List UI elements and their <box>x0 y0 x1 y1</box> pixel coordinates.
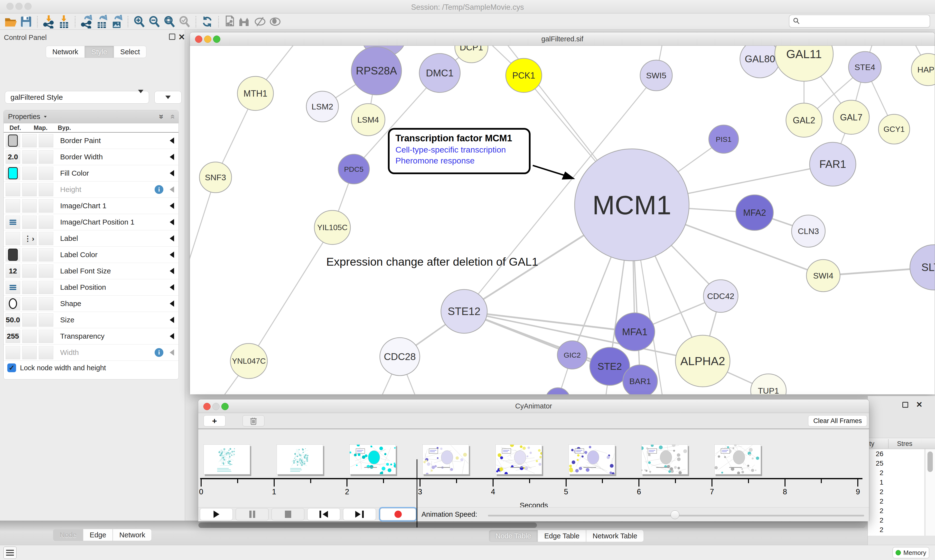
bypass-cell[interactable] <box>39 281 53 294</box>
default-value-cell[interactable] <box>6 346 20 359</box>
mapping-cell[interactable] <box>22 134 37 148</box>
first-neighbors-icon[interactable] <box>238 15 253 28</box>
property-row-label-position[interactable]: Label Position <box>4 279 179 295</box>
property-row-width[interactable]: Widthi <box>4 345 179 361</box>
property-row-image-chart-1[interactable]: Image/Chart 1 <box>4 198 179 214</box>
bypass-cell[interactable] <box>39 297 53 311</box>
zoom-out-icon[interactable] <box>147 15 162 28</box>
animation-frame-6[interactable] <box>641 445 688 474</box>
default-value-cell[interactable] <box>6 134 20 148</box>
mapping-cell[interactable] <box>22 313 37 327</box>
bypass-cell[interactable] <box>39 346 53 359</box>
expand-property-icon[interactable] <box>170 317 174 323</box>
style-selector[interactable]: galFiltered Style <box>5 91 149 104</box>
tab-network[interactable]: Network <box>46 46 85 58</box>
network-window-titlebar[interactable]: galFiltered.sif <box>190 32 935 46</box>
scrollbar-thumb[interactable] <box>199 523 537 528</box>
default-value-cell[interactable] <box>6 215 20 229</box>
tab-edge[interactable]: Edge <box>83 529 113 541</box>
default-value-cell[interactable]: 12 <box>6 265 20 278</box>
bypass-cell[interactable] <box>39 134 53 148</box>
step-backward-button[interactable] <box>307 508 340 520</box>
bypass-cell[interactable] <box>39 248 53 262</box>
bypass-cell[interactable] <box>39 215 53 229</box>
default-value-cell[interactable]: 2.0 <box>6 150 20 164</box>
animation-frame-7[interactable] <box>714 445 761 474</box>
mapping-cell[interactable] <box>22 215 37 229</box>
default-value-cell[interactable] <box>6 281 20 294</box>
table-cell-value[interactable]: 2 <box>868 515 924 525</box>
mapping-cell[interactable] <box>22 346 37 359</box>
mapping-cell[interactable] <box>22 183 37 196</box>
float-panel-icon[interactable] <box>169 34 175 40</box>
mapping-cell[interactable]: ⋮› <box>22 232 37 245</box>
checkbox-checked-icon[interactable]: ✓ <box>7 363 16 372</box>
animation-speed-slider-thumb[interactable] <box>671 510 679 519</box>
tab-node-table[interactable]: Node Table <box>489 530 538 542</box>
expand-all-icon[interactable]: » <box>157 114 167 119</box>
network-canvas[interactable]: DCP1RPS28ADMC1MTH1LSM2LSM4PCK1SWI5GAL80G… <box>190 46 935 394</box>
table-cell-value[interactable]: 1 <box>868 477 924 487</box>
table-scrollbar[interactable] <box>925 449 935 536</box>
expand-property-icon[interactable] <box>170 300 174 307</box>
default-value-cell[interactable] <box>6 248 20 262</box>
info-icon[interactable]: i <box>154 348 164 357</box>
column-divider[interactable] <box>888 439 889 448</box>
export-table-icon[interactable] <box>94 15 109 28</box>
close-panel-icon[interactable]: ✕ <box>916 400 923 409</box>
default-value-cell[interactable] <box>6 199 20 212</box>
save-session-icon[interactable] <box>19 15 34 28</box>
search-input[interactable] <box>802 17 926 25</box>
tab-network[interactable]: Network <box>113 529 152 541</box>
tab-node[interactable]: Node <box>53 529 83 541</box>
tab-edge-table[interactable]: Edge Table <box>538 530 586 542</box>
default-value-cell[interactable] <box>6 232 20 245</box>
mapping-cell[interactable] <box>22 150 37 164</box>
task-history-button[interactable] <box>3 547 17 559</box>
animation-frame-0[interactable] <box>204 445 250 474</box>
mapping-cell[interactable] <box>22 265 37 278</box>
bypass-cell[interactable] <box>39 330 53 343</box>
mapping-cell[interactable] <box>22 297 37 311</box>
expand-property-icon[interactable] <box>170 268 174 274</box>
stop-button[interactable] <box>272 508 304 520</box>
default-value-cell[interactable]: 255 <box>6 330 20 343</box>
animation-frame-5[interactable] <box>569 445 615 474</box>
default-value-cell[interactable]: 50.0 <box>6 313 20 327</box>
scrollbar-thumb[interactable] <box>927 451 933 472</box>
property-row-shape[interactable]: Shape <box>4 295 179 312</box>
property-row-label[interactable]: ⋮›Label <box>4 230 179 247</box>
record-button[interactable] <box>380 508 416 520</box>
mapping-cell[interactable] <box>22 330 37 343</box>
info-icon[interactable]: i <box>154 185 164 194</box>
property-row-border-width[interactable]: 2.0Border Width <box>4 149 179 165</box>
bypass-cell[interactable] <box>39 183 53 196</box>
default-value-cell[interactable] <box>6 167 20 180</box>
expand-property-icon[interactable] <box>170 349 174 355</box>
cyanimator-titlebar[interactable]: CyAnimator <box>198 400 869 413</box>
export-image-icon[interactable] <box>109 15 124 28</box>
table-header-row[interactable]: ity Stres <box>868 438 935 449</box>
expand-property-icon[interactable] <box>170 284 174 291</box>
mapping-cell[interactable] <box>22 281 37 294</box>
animation-timeline[interactable]: Seconds 0123456789 <box>198 429 869 507</box>
bypass-cell[interactable] <box>39 150 53 164</box>
expand-property-icon[interactable] <box>170 170 174 176</box>
table-cell-value[interactable]: 2 <box>868 506 924 515</box>
animation-frame-1[interactable] <box>276 445 323 474</box>
expand-property-icon[interactable] <box>170 154 174 160</box>
animation-frame-3[interactable] <box>423 445 469 474</box>
expand-property-icon[interactable] <box>170 219 174 225</box>
mapping-cell[interactable] <box>22 167 37 180</box>
zoom-selected-icon[interactable] <box>177 15 192 28</box>
default-value-cell[interactable] <box>6 297 20 311</box>
lock-node-size-row[interactable]: ✓ Lock node width and height <box>3 363 106 372</box>
expand-property-icon[interactable] <box>170 203 174 209</box>
collapse-all-icon[interactable]: » <box>167 114 176 119</box>
expand-property-icon[interactable] <box>170 333 174 339</box>
expand-property-icon[interactable] <box>170 137 174 144</box>
timeline-playhead[interactable] <box>417 459 417 528</box>
network-node-partial[interactable] <box>546 388 570 394</box>
delete-frame-button[interactable] <box>242 415 264 426</box>
property-row-height[interactable]: Heighti <box>4 182 179 198</box>
